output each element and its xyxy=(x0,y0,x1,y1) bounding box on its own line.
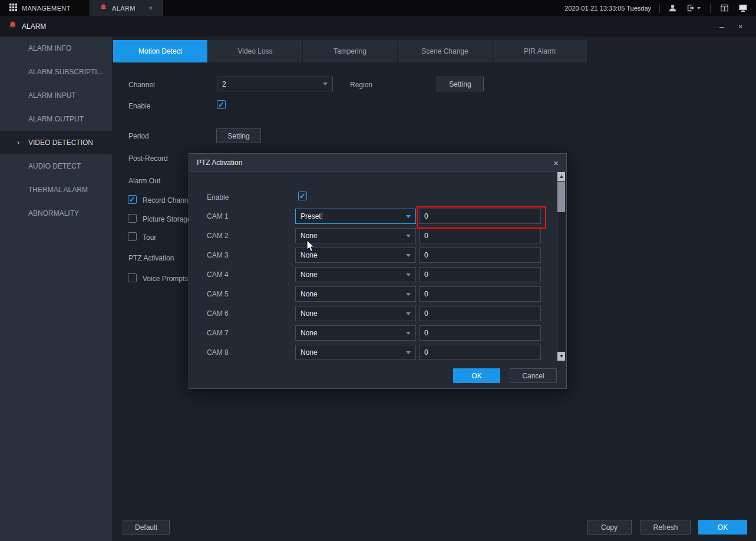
cam5-preset-input[interactable] xyxy=(419,286,541,302)
cam1-preset-input[interactable] xyxy=(419,209,541,224)
sidebar-item-audio-detect[interactable]: AUDIO DETECT xyxy=(0,154,112,178)
cam7-action-select[interactable]: None xyxy=(295,325,416,341)
enable-label: Enable xyxy=(128,102,150,110)
cam-label: CAM 4 xyxy=(207,270,229,279)
cam2-preset-input[interactable] xyxy=(419,228,541,243)
record-channel-checkbox[interactable] xyxy=(128,195,137,204)
scroll-up-icon[interactable] xyxy=(557,172,565,181)
cam1-action-value: Preset xyxy=(301,212,321,220)
picture-storage-label: Picture Storage xyxy=(143,215,192,223)
cam8-action-select[interactable]: None xyxy=(295,345,416,360)
cam2-action-select[interactable]: None xyxy=(295,228,416,243)
record-channel-label: Record Channel xyxy=(143,196,194,204)
dialog-cancel-button[interactable]: Cancel xyxy=(510,368,557,383)
panel-layout-icon[interactable] xyxy=(720,4,729,12)
sidebar-item-alarm-subscription[interactable]: ALARM SUBSCRIPTI... xyxy=(0,60,112,84)
dialog-scrollbar[interactable] xyxy=(557,172,565,361)
minimize-icon[interactable]: – xyxy=(719,22,724,31)
post-record-label: Post-Record xyxy=(128,154,168,163)
dialog-title-bar[interactable]: PTZ Activation × xyxy=(189,154,566,172)
close-icon[interactable]: × xyxy=(738,22,743,31)
copy-button[interactable]: Copy xyxy=(587,520,632,535)
cam3-action-select[interactable]: None xyxy=(295,248,416,263)
cam4-action-select[interactable]: None xyxy=(295,267,416,282)
dvr-alarm-screen: MANAGEMENT ALARM × 2020-01-21 13:33:05 T… xyxy=(0,0,756,541)
chevron-down-icon xyxy=(406,235,411,237)
region-setting-button[interactable]: Setting xyxy=(437,77,484,91)
tab-alarm[interactable]: ALARM × xyxy=(90,0,163,16)
channel-value: 2 xyxy=(222,80,226,88)
tab-motion-detect[interactable]: Motion Detect xyxy=(113,40,208,62)
period-setting-button[interactable]: Setting xyxy=(216,128,261,143)
picture-storage-checkbox[interactable] xyxy=(128,214,137,223)
tab-tampering[interactable]: Tampering xyxy=(303,40,398,62)
display-monitor-icon[interactable] xyxy=(738,4,748,12)
sidebar: ALARM INFO ALARM SUBSCRIPTI... ALARM INP… xyxy=(0,37,112,541)
cam2-action-value: None xyxy=(301,232,318,240)
logout-icon[interactable] xyxy=(686,4,701,12)
sidebar-item-alarm-output[interactable]: ALARM OUTPUT xyxy=(0,107,112,131)
cam8-action-value: None xyxy=(301,348,318,357)
cam7-preset-input[interactable] xyxy=(419,325,541,341)
cam5-action-select[interactable]: None xyxy=(295,286,416,302)
tab-management-label: MANAGEMENT xyxy=(22,5,71,12)
ptz-activation-dialog: PTZ Activation × Enable CAM 1 Preset CAM… xyxy=(189,153,567,389)
alarm-bell-icon xyxy=(8,21,17,32)
cam3-preset-input[interactable] xyxy=(419,248,541,263)
cam5-action-value: None xyxy=(301,290,318,298)
cam-label: CAM 3 xyxy=(207,251,229,259)
cam6-action-value: None xyxy=(301,309,318,318)
text-cursor xyxy=(322,212,322,220)
enable-checkbox[interactable] xyxy=(217,100,226,109)
tour-label: Tour xyxy=(143,233,156,242)
refresh-button[interactable]: Refresh xyxy=(641,520,691,535)
separator xyxy=(710,4,711,13)
scrollbar-thumb[interactable] xyxy=(557,182,565,212)
cam8-preset-input[interactable] xyxy=(419,345,541,360)
tab-pir-alarm[interactable]: PIR Alarm xyxy=(493,40,587,62)
user-icon[interactable] xyxy=(668,4,677,12)
cam-label: CAM 6 xyxy=(207,309,229,318)
cam6-action-select[interactable]: None xyxy=(295,306,416,321)
dialog-ok-button[interactable]: OK xyxy=(453,368,500,383)
apply-ok-button[interactable]: OK xyxy=(698,520,747,535)
sidebar-item-thermal-alarm[interactable]: THERMAL ALARM xyxy=(0,178,112,202)
active-item-arrow-icon: › xyxy=(17,131,19,154)
sidebar-item-abnormality[interactable]: ABNORMALITY xyxy=(0,202,112,225)
chevron-down-icon xyxy=(406,312,411,315)
sidebar-item-alarm-info[interactable]: ALARM INFO xyxy=(0,37,112,60)
chevron-down-icon xyxy=(406,254,411,257)
tab-video-loss[interactable]: Video Loss xyxy=(208,40,303,62)
scroll-down-icon[interactable] xyxy=(557,352,565,361)
period-label: Period xyxy=(128,132,149,140)
default-button[interactable]: Default xyxy=(123,520,170,535)
tab-management[interactable]: MANAGEMENT xyxy=(0,0,90,16)
sidebar-item-label: VIDEO DETECTION xyxy=(28,138,93,147)
window-title: ALARM xyxy=(22,22,46,31)
cam-label: CAM 1 xyxy=(207,212,229,220)
cam3-action-value: None xyxy=(301,251,318,259)
chevron-down-icon xyxy=(323,83,328,85)
cam7-action-value: None xyxy=(301,329,318,337)
channel-select[interactable]: 2 xyxy=(217,77,333,91)
region-label: Region xyxy=(350,81,372,89)
dialog-close-icon[interactable]: × xyxy=(553,158,559,168)
datetime: 2020-01-21 13:33:05 Tuesday xyxy=(556,0,659,16)
dialog-enable-label: Enable xyxy=(207,193,229,202)
cam-label: CAM 5 xyxy=(207,290,229,298)
detection-tabs: Motion Detect Video Loss Tampering Scene… xyxy=(113,40,587,62)
dialog-enable-checkbox[interactable] xyxy=(298,192,307,200)
tab-scene-change[interactable]: Scene Change xyxy=(398,40,493,62)
voice-prompts-label: Voice Prompts xyxy=(143,275,188,283)
cam4-preset-input[interactable] xyxy=(419,267,541,282)
sidebar-item-alarm-input[interactable]: ALARM INPUT xyxy=(0,84,112,107)
cam-label: CAM 8 xyxy=(207,348,229,357)
ptz-activation-label: PTZ Activation xyxy=(128,254,174,262)
cam1-action-select[interactable]: Preset xyxy=(295,209,416,224)
voice-prompts-checkbox[interactable] xyxy=(128,273,137,282)
sidebar-item-video-detection[interactable]: › VIDEO DETECTION xyxy=(0,131,112,154)
tab-alarm-close-icon[interactable]: × xyxy=(148,4,153,12)
cam4-action-value: None xyxy=(301,270,318,279)
cam6-preset-input[interactable] xyxy=(419,306,541,321)
tour-checkbox[interactable] xyxy=(128,232,137,241)
